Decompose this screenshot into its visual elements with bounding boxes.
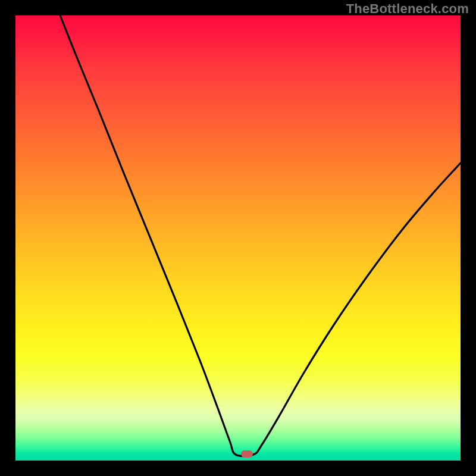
optimum-marker xyxy=(241,450,253,458)
chart-frame: TheBottleneck.com xyxy=(0,0,476,476)
plot-area xyxy=(15,15,461,461)
curve-svg xyxy=(15,15,461,461)
bottleneck-curve-path xyxy=(60,15,461,456)
watermark-text: TheBottleneck.com xyxy=(346,1,469,17)
